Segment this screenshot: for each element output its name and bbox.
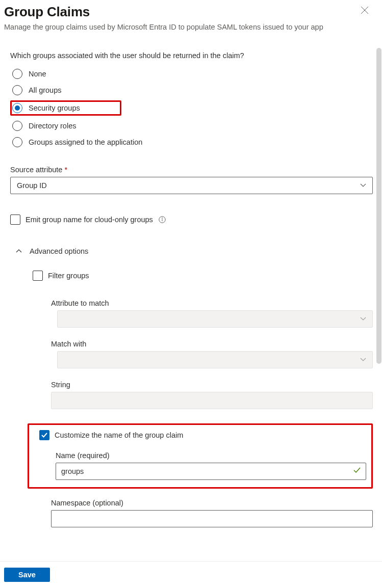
emit-group-name-checkbox[interactable]: Emit group name for cloud-only groups [10,215,373,225]
chevron-down-icon [360,183,366,188]
radio-icon [12,121,22,131]
source-attribute-dropdown[interactable]: Group ID [10,177,373,194]
radio-none[interactable]: None [10,68,373,80]
radio-groups-assigned[interactable]: Groups assigned to the application [10,136,373,148]
match-with-dropdown[interactable] [57,351,373,368]
radio-directory-roles[interactable]: Directory roles [10,120,373,132]
panel-footer: Save [0,561,382,588]
checkbox-label: Customize the name of the group claim [55,431,183,439]
radio-label: Security groups [29,104,80,112]
field-label: String [51,381,373,389]
name-input[interactable] [56,463,366,480]
attribute-to-match-field: Attribute to match [51,299,373,328]
string-input[interactable] [51,392,373,409]
advanced-options-toggle[interactable]: Advanced options [15,247,373,255]
checkbox-icon [33,271,43,281]
group-claims-panel: Group Claims Manage the group claims use… [0,0,382,552]
checkbox-label: Filter groups [48,272,89,280]
namespace-field: Namespace (optional) [51,499,373,527]
panel-subtitle: Manage the group claims used by Microsof… [4,22,373,32]
scrollbar[interactable] [376,48,381,364]
dropdown-value: Group ID [17,181,47,190]
groups-radio-group: None All groups Security groups Director… [10,68,373,148]
chevron-down-icon [360,317,366,321]
radio-icon [12,137,22,147]
panel-title: Group Claims [4,4,90,20]
chevron-up-icon [15,248,22,255]
radio-label: Directory roles [29,122,76,130]
checkbox-label: Emit group name for cloud-only groups [26,216,153,224]
customize-name-checkbox[interactable]: Customize the name of the group claim [39,430,366,440]
field-label: Namespace (optional) [51,499,373,507]
svg-point-4 [162,218,162,219]
field-label: Attribute to match [51,299,373,307]
chevron-down-icon [360,358,366,362]
string-field: String [51,381,373,409]
field-label: Match with [51,340,373,348]
info-icon[interactable] [158,216,166,224]
radio-label: Groups assigned to the application [29,138,142,146]
required-indicator: * [64,166,67,174]
close-icon[interactable] [356,4,373,19]
customize-name-section: Customize the name of the group claim Na… [28,423,373,489]
filter-groups-checkbox[interactable]: Filter groups [33,271,373,281]
label-text: Source attribute [10,166,62,174]
match-with-field: Match with [51,340,373,368]
attribute-to-match-dropdown[interactable] [57,310,373,328]
groups-question: Which groups associated with the user sh… [10,51,373,60]
radio-label: None [29,70,46,78]
radio-icon [12,85,22,95]
check-icon [353,467,361,476]
source-attribute-label: Source attribute * [10,166,373,174]
radio-security-groups[interactable]: Security groups [10,100,121,116]
checkbox-icon [10,215,20,225]
namespace-input[interactable] [51,510,373,527]
radio-icon [12,69,22,79]
save-button[interactable]: Save [4,568,50,582]
radio-label: All groups [29,86,61,94]
radio-all-groups[interactable]: All groups [10,84,373,96]
radio-icon [12,103,22,113]
checkbox-icon [39,430,49,440]
panel-header: Group Claims [4,4,373,20]
accordion-label: Advanced options [30,247,88,255]
source-attribute-section: Source attribute * Group ID [4,166,373,194]
name-label: Name (required) [56,451,366,460]
